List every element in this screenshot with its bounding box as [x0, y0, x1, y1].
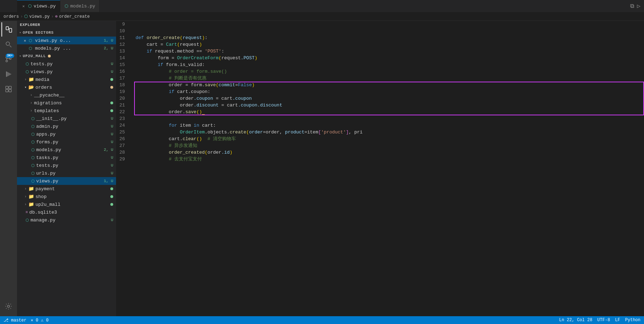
token-item-24: item — [180, 122, 194, 129]
token-def: def — [136, 34, 147, 41]
ln-22: 22 — [116, 109, 130, 115]
file-tests-py-root[interactable]: ⬡ tests.py U — [17, 60, 116, 68]
file-icon-tasks: ⬡ — [31, 155, 35, 160]
folder-payment-arrow: › — [23, 187, 28, 191]
token-false: False — [238, 82, 252, 88]
code-line-23 — [136, 115, 644, 122]
token-ocf-cls: OrderCreateForm — [177, 55, 219, 61]
token-paren-26: () — [197, 136, 202, 142]
open-editor-views[interactable]: ✕ ⬡ views.py o... 1, U — [17, 37, 116, 44]
activity-explorer[interactable] — [1, 22, 16, 37]
status-line-ending[interactable]: LF — [615, 318, 620, 323]
status-encoding[interactable]: UTF-8 — [597, 318, 610, 323]
file-views-py-orders[interactable]: ⬡ views.py 1, U — [17, 177, 116, 185]
token-product-str: 'product' — [321, 129, 346, 136]
token-indent-17 — [136, 75, 169, 82]
explorer-header[interactable]: EXPLORER — [17, 21, 116, 29]
breadcrumb-orders[interactable]: orders — [4, 14, 19, 19]
folder-orders[interactable]: ▾ 📂 orders — [17, 83, 116, 91]
open-editor-models[interactable]: ✕ ⬡ models.py ... 2, U — [17, 44, 116, 52]
token-indent-22: order. — [136, 109, 185, 115]
folder-payment[interactable]: › 📁 payment — [17, 185, 116, 193]
token-paren-22: () — [197, 109, 202, 115]
file-icon-apps: ⬡ — [31, 132, 35, 137]
tab-close-views[interactable]: ✕ — [21, 4, 26, 9]
activity-scm[interactable]: 3K+ — [1, 52, 16, 66]
file-views-py-root[interactable]: ⬡ views.py U — [17, 68, 116, 76]
token-colon-13: : — [221, 48, 224, 55]
token-paren-open: ( — [180, 34, 183, 41]
tab-models-py[interactable]: ⬡ models.py — [60, 0, 100, 12]
token-comment-27: # 异步发通知 — [169, 142, 198, 149]
activity-bar: 3K+ — [0, 21, 17, 316]
activity-search[interactable] — [1, 37, 16, 51]
token-paren-12b: ) — [199, 41, 202, 48]
folder-pycache[interactable]: › __pycache__ — [17, 91, 116, 99]
file-tasks-py[interactable]: ⬡ tasks.py U — [17, 154, 116, 161]
file-badge-views-root: U — [111, 70, 116, 74]
status-branch[interactable]: ⎇ master — [4, 318, 26, 323]
file-db-sqlite3[interactable]: ≡ db.sqlite3 — [17, 208, 116, 216]
file-manage-py[interactable]: ⬡ manage.py U — [17, 216, 116, 224]
file-badge-tests-orders: U — [111, 163, 116, 168]
tab-views-py[interactable]: ✕ ⬡ views.py — [17, 0, 60, 12]
file-init-py[interactable]: ⬡ __init__.py U — [17, 115, 116, 122]
token-indent-14: form = — [136, 55, 177, 61]
open-editors-section[interactable]: ▾ OPEN EDITORS — [17, 29, 116, 37]
file-apps-py[interactable]: ⬡ apps.py U — [17, 130, 116, 138]
breadcrumb-views[interactable]: views.py — [29, 14, 50, 19]
file-admin-py[interactable]: ⬡ admin.py U — [17, 122, 116, 130]
token-post-attr: .POST — [241, 55, 254, 61]
ln-16: 16 — [116, 68, 130, 75]
code-line-16: # order = form.save() — [136, 68, 644, 75]
folder-shop-name: shop — [35, 194, 110, 199]
file-badge-views-orders: 1, U — [104, 179, 116, 183]
activity-run[interactable] — [1, 67, 16, 81]
status-errors[interactable]: ✕ 0 ⚠ 0 — [31, 318, 48, 323]
split-editor-icon[interactable]: ⧉ — [630, 3, 634, 10]
code-content[interactable]: def order_create(request): cart = Cart(r… — [134, 21, 644, 316]
activity-extensions[interactable] — [1, 82, 16, 96]
svg-point-2 — [6, 42, 10, 45]
code-line-21: order.discount = cart.coupon.discount — [136, 102, 644, 109]
close-views-icon[interactable]: ✕ — [23, 38, 27, 43]
code-line-18: order = form.save(commit=False) — [136, 82, 644, 88]
folder-pycache-arrow: › — [28, 93, 34, 97]
ln-17: 17 — [116, 75, 130, 82]
file-tests-py-orders[interactable]: ⬡ tests.py U — [17, 161, 116, 169]
ln-14: 14 — [116, 55, 130, 61]
token-paren-14a: ( — [219, 55, 221, 61]
ln-12: 12 — [116, 41, 130, 48]
token-id-attr: .id — [221, 149, 230, 156]
folder-migrations[interactable]: › migrations — [17, 99, 116, 107]
file-name-views-root: views.py — [31, 69, 111, 75]
code-line-25: OrderItem.objects.create(order=order, pr… — [136, 129, 644, 136]
file-name-tests-root: tests.py — [31, 61, 111, 67]
sidebar: EXPLORER ▾ OPEN EDITORS ✕ ⬡ views.py o..… — [17, 21, 116, 316]
token-order-created: order_created — [169, 149, 205, 156]
code-line-17: # 判断是否有优惠 — [136, 75, 644, 82]
folder-media[interactable]: › 📁 media — [17, 76, 116, 83]
line-numbers: 9 10 11 12 13 14 15 16 17 18 19 20 21 22… — [116, 21, 134, 316]
file-models-py[interactable]: ⬡ models.py 2, U — [17, 146, 116, 154]
folder-shop[interactable]: › 📁 shop — [17, 193, 116, 201]
file-name-forms: forms.py — [36, 139, 111, 145]
code-line-24: for item in cart: — [136, 122, 644, 129]
up2u-mall-section[interactable]: ▾ UP2U_MALL — [17, 52, 116, 60]
token-product-eq: =item — [304, 129, 318, 136]
folder-templates[interactable]: › templates — [17, 107, 116, 115]
file-urls-py[interactable]: ⬡ urls.py U — [17, 169, 116, 177]
run-icon[interactable]: ▷ — [637, 2, 640, 10]
activity-settings[interactable] — [1, 299, 16, 313]
folder-shop-dot — [110, 195, 113, 198]
ln-18: 18 — [116, 82, 130, 88]
status-line-col[interactable]: Ln 22, Col 28 — [559, 318, 593, 323]
token-paren-14b: ) — [255, 55, 258, 61]
file-forms-py[interactable]: ⬡ forms.py U — [17, 138, 116, 146]
code-line-9 — [136, 21, 644, 28]
status-language[interactable]: Python — [625, 318, 640, 323]
token-post-str: 'POST' — [205, 48, 221, 55]
file-icon-admin: ⬡ — [31, 124, 35, 129]
breadcrumb-order-create[interactable]: order_create — [59, 14, 89, 19]
folder-up2u-mall[interactable]: › 📁 up2u_mall — [17, 201, 116, 208]
